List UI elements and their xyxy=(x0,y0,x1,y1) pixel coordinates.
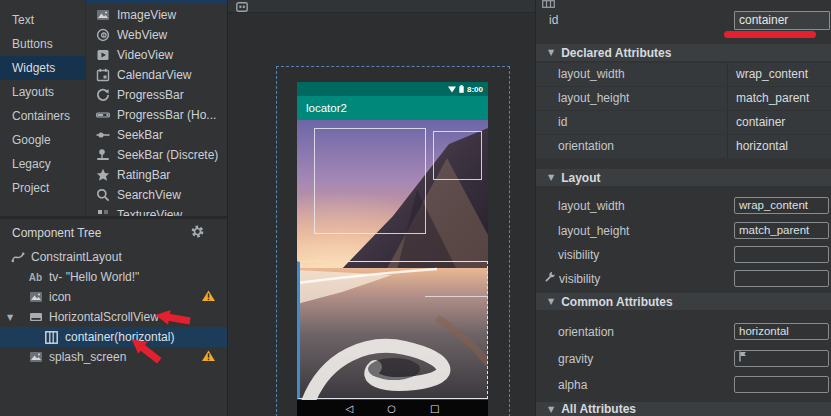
component-tree-title: Component Tree xyxy=(12,226,101,240)
attribute-value[interactable]: horizontal xyxy=(728,135,788,158)
palette-category-text[interactable]: Text xyxy=(0,8,85,32)
attribute-label: gravity xyxy=(558,351,593,368)
section-header-common-attributes[interactable]: ▼ Common Attributes xyxy=(536,293,831,310)
tree-item-constraintlayout[interactable]: ConstraintLayout xyxy=(0,247,227,267)
palette-item-videoview[interactable]: VideoView xyxy=(86,45,227,65)
android-studio-layout-editor: Text Buttons Widgets Layouts Containers … xyxy=(0,0,831,416)
progressbar-horizontal-icon xyxy=(95,108,110,123)
attribute-label: visibility xyxy=(558,247,599,264)
section-title: Common Attributes xyxy=(561,295,673,309)
collapse-triangle-icon: ▼ xyxy=(548,297,554,306)
palette-item-label: TextureView xyxy=(117,208,182,216)
android-navbar: ◁ ○ □ xyxy=(297,400,488,416)
palette-item-imageview[interactable]: ImageView xyxy=(86,5,227,25)
attribute-row[interactable]: id container xyxy=(536,111,831,134)
nav-home-icon[interactable]: ○ xyxy=(387,403,396,414)
section-header-layout[interactable]: ▼ Layout xyxy=(536,169,831,186)
palette-item-calendarview[interactable]: CalendarView xyxy=(86,65,227,85)
section-title: Declared Attributes xyxy=(561,46,671,60)
component-tree-header: Component Tree xyxy=(0,219,227,247)
palette-item-label: SeekBar (Discrete) xyxy=(117,148,218,162)
palette-item-ratingbar[interactable]: RatingBar xyxy=(86,165,227,185)
section-title: Layout xyxy=(561,171,600,185)
device-icon[interactable] xyxy=(236,1,248,15)
app-title: locator2 xyxy=(306,102,347,114)
alpha-field[interactable] xyxy=(734,376,829,393)
palette-item-label: SearchView xyxy=(117,188,181,202)
searchview-icon xyxy=(95,188,110,203)
palette-item-label: VideoView xyxy=(117,48,173,62)
nav-back-icon[interactable]: ◁ xyxy=(346,403,354,414)
progressbar-icon xyxy=(95,88,110,103)
palette-item-searchview[interactable]: SearchView xyxy=(86,185,227,205)
view-bound-rect-small xyxy=(433,131,482,180)
tools-visibility-dropdown[interactable] xyxy=(734,270,829,287)
palette-item-textureview[interactable]: TextureView xyxy=(86,205,227,216)
collapse-triangle-icon: ▼ xyxy=(548,405,554,414)
view-bound-rect xyxy=(314,128,426,234)
device-preview[interactable]: 8:00 locator2 xyxy=(297,82,488,416)
attribute-row[interactable]: layout_width wrap_content xyxy=(536,63,831,86)
attribute-row[interactable]: orientation horizontal xyxy=(536,135,831,158)
attribute-row[interactable]: layout_height match_parent xyxy=(536,87,831,110)
videoview-icon xyxy=(95,48,110,63)
imageview-icon xyxy=(28,350,43,364)
palette-item-seekbar[interactable]: SeekBar xyxy=(86,125,227,145)
palette-item-label: CalendarView xyxy=(117,68,192,82)
palette-category-layouts[interactable]: Layouts xyxy=(0,80,85,104)
palette-category-project[interactable]: Project xyxy=(0,176,85,200)
section-header-all-attributes[interactable]: ▼ All Attributes xyxy=(536,402,831,416)
selected-view-bound[interactable] xyxy=(297,261,488,399)
table-icon[interactable] xyxy=(542,0,555,11)
partially-scrolled-selected-item xyxy=(86,0,227,4)
palette-category-buttons[interactable]: Buttons xyxy=(0,32,85,56)
imageview-icon xyxy=(28,290,43,304)
layout-height-dropdown[interactable]: match_parent xyxy=(734,222,829,239)
palette-category-google[interactable]: Google xyxy=(0,128,85,152)
visibility-dropdown[interactable] xyxy=(734,246,829,263)
palette-item-webview[interactable]: WebView xyxy=(86,25,227,45)
layout-width-dropdown[interactable]: wrap_content xyxy=(734,197,829,214)
palette-item-seekbar-discrete[interactable]: SeekBar (Discrete) xyxy=(86,145,227,165)
collapse-triangle-icon: ▼ xyxy=(548,173,554,182)
wifi-icon xyxy=(448,82,456,96)
tree-item-container-horizontal[interactable]: container(horizontal) xyxy=(0,327,227,347)
attribute-label: layout_height xyxy=(536,87,728,110)
wrench-icon xyxy=(545,271,556,285)
tree-item-horizontalscrollview[interactable]: ▼ HorizontalScrollView xyxy=(0,307,227,327)
design-toolbar xyxy=(228,0,535,13)
ratingbar-icon xyxy=(95,168,110,183)
id-attribute-input[interactable]: container xyxy=(734,11,830,30)
attribute-value[interactable]: wrap_content xyxy=(728,63,808,86)
constraintlayout-icon xyxy=(10,250,25,264)
preview-photo[interactable] xyxy=(297,120,488,400)
attribute-label: orientation xyxy=(536,135,728,158)
tree-item-label: splash_screen xyxy=(49,350,126,364)
palette-categories: Text Buttons Widgets Layouts Containers … xyxy=(0,0,86,216)
palette-category-legacy[interactable]: Legacy xyxy=(0,152,85,176)
app-bar: locator2 xyxy=(297,96,488,120)
status-time: 8:00 xyxy=(467,85,483,94)
palette-category-containers[interactable]: Containers xyxy=(0,104,85,128)
gravity-field[interactable] xyxy=(734,350,829,367)
palette-item-progressbar[interactable]: ProgressBar xyxy=(86,85,227,105)
textureview-icon xyxy=(95,208,110,217)
nav-recents-icon[interactable]: □ xyxy=(430,403,439,414)
attributes-panel: id container ▼ Declared Attributes layou… xyxy=(535,0,831,416)
tree-item-textview[interactable]: Ab tv- "Hello World!" xyxy=(0,267,227,287)
palette-category-widgets[interactable]: Widgets xyxy=(0,56,85,80)
attribute-value[interactable]: container xyxy=(728,111,785,134)
section-header-declared-attributes[interactable]: ▼ Declared Attributes xyxy=(536,44,831,61)
tree-item-label: tv- "Hello World!" xyxy=(49,270,139,284)
tree-item-splash-screen[interactable]: splash_screen xyxy=(0,347,227,367)
expand-triangle-icon[interactable]: ▼ xyxy=(7,313,13,322)
flag-icon[interactable] xyxy=(739,352,747,364)
orientation-dropdown[interactable]: horizontal xyxy=(734,323,829,340)
design-surface[interactable]: 8:00 locator2 xyxy=(228,0,535,416)
attribute-value[interactable]: match_parent xyxy=(728,87,809,110)
section-title: All Attributes xyxy=(561,402,636,416)
tree-item-label: container(horizontal) xyxy=(65,330,174,344)
palette-item-progressbar-horizontal[interactable]: ProgressBar (Ho... xyxy=(86,105,227,125)
tree-item-icon[interactable]: icon xyxy=(0,287,227,307)
gear-icon[interactable] xyxy=(190,224,205,242)
